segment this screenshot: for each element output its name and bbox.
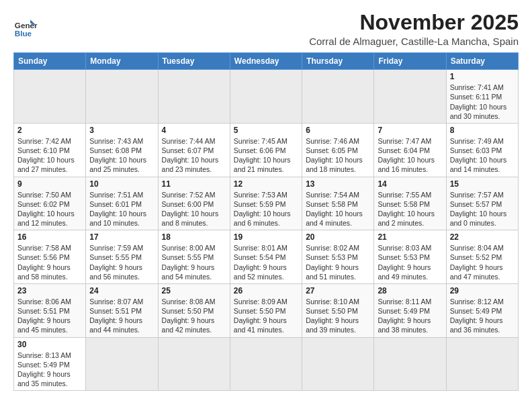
- weekday-header-sunday: Sunday: [14, 53, 86, 70]
- day-info: Sunrise: 7:49 AM Sunset: 6:03 PM Dayligh…: [450, 136, 515, 175]
- week-row-4: 16Sunrise: 7:58 AM Sunset: 5:56 PM Dayli…: [14, 230, 519, 284]
- day-info: Sunrise: 7:44 AM Sunset: 6:07 PM Dayligh…: [162, 136, 226, 175]
- calendar-cell: 20Sunrise: 8:02 AM Sunset: 5:53 PM Dayli…: [302, 230, 374, 284]
- calendar-cell: [86, 337, 158, 391]
- day-info: Sunrise: 8:11 AM Sunset: 5:49 PM Dayligh…: [378, 297, 442, 335]
- calendar-cell: 17Sunrise: 7:59 AM Sunset: 5:55 PM Dayli…: [86, 230, 158, 284]
- calendar-cell: 8Sunrise: 7:49 AM Sunset: 6:03 PM Daylig…: [446, 123, 518, 177]
- day-number: 30: [17, 340, 82, 349]
- day-info: Sunrise: 7:43 AM Sunset: 6:08 PM Dayligh…: [89, 136, 154, 175]
- calendar-cell: 19Sunrise: 8:01 AM Sunset: 5:54 PM Dayli…: [230, 230, 302, 284]
- day-number: 9: [17, 179, 82, 189]
- week-row-2: 2Sunrise: 7:42 AM Sunset: 6:10 PM Daylig…: [14, 123, 519, 177]
- logo: General Blue: [13, 15, 38, 39]
- day-number: 15: [450, 179, 515, 189]
- calendar-cell: 27Sunrise: 8:10 AM Sunset: 5:50 PM Dayli…: [302, 283, 374, 337]
- week-row-6: 30Sunrise: 8:13 AM Sunset: 5:49 PM Dayli…: [14, 337, 519, 391]
- location-title: Corral de Almaguer, Castille-La Mancha, …: [309, 36, 519, 47]
- calendar-cell: [158, 70, 230, 124]
- calendar-cell: 28Sunrise: 8:11 AM Sunset: 5:49 PM Dayli…: [374, 283, 446, 337]
- calendar-cell: [374, 337, 446, 391]
- day-number: 4: [162, 126, 226, 135]
- day-info: Sunrise: 8:02 AM Sunset: 5:53 PM Dayligh…: [306, 243, 370, 281]
- calendar-cell: [230, 70, 302, 124]
- day-info: Sunrise: 7:59 AM Sunset: 5:55 PM Dayligh…: [89, 243, 154, 281]
- calendar-cell: 12Sunrise: 7:53 AM Sunset: 5:59 PM Dayli…: [230, 177, 302, 230]
- day-info: Sunrise: 8:07 AM Sunset: 5:51 PM Dayligh…: [89, 297, 154, 335]
- calendar-cell: 13Sunrise: 7:54 AM Sunset: 5:58 PM Dayli…: [302, 177, 374, 230]
- svg-text:Blue: Blue: [15, 29, 32, 38]
- calendar-cell: [230, 337, 302, 391]
- calendar-cell: 10Sunrise: 7:51 AM Sunset: 6:01 PM Dayli…: [86, 177, 158, 230]
- day-info: Sunrise: 7:58 AM Sunset: 5:56 PM Dayligh…: [17, 243, 82, 281]
- day-number: 6: [306, 126, 370, 135]
- day-number: 23: [17, 286, 82, 295]
- day-number: 14: [378, 179, 442, 189]
- day-number: 10: [89, 179, 154, 189]
- day-info: Sunrise: 8:10 AM Sunset: 5:50 PM Dayligh…: [306, 297, 370, 335]
- calendar: SundayMondayTuesdayWednesdayThursdayFrid…: [13, 52, 519, 391]
- calendar-cell: 5Sunrise: 7:45 AM Sunset: 6:06 PM Daylig…: [230, 123, 302, 177]
- weekday-header-tuesday: Tuesday: [158, 53, 230, 70]
- day-info: Sunrise: 7:45 AM Sunset: 6:06 PM Dayligh…: [234, 136, 298, 175]
- day-number: 22: [450, 232, 515, 242]
- day-number: 21: [378, 232, 442, 242]
- calendar-cell: 24Sunrise: 8:07 AM Sunset: 5:51 PM Dayli…: [86, 283, 158, 337]
- calendar-cell: 3Sunrise: 7:43 AM Sunset: 6:08 PM Daylig…: [86, 123, 158, 177]
- weekday-header-thursday: Thursday: [302, 53, 374, 70]
- day-info: Sunrise: 8:06 AM Sunset: 5:51 PM Dayligh…: [17, 297, 82, 335]
- day-number: 3: [89, 126, 154, 135]
- week-row-1: 1Sunrise: 7:41 AM Sunset: 6:11 PM Daylig…: [14, 70, 519, 124]
- calendar-cell: 22Sunrise: 8:04 AM Sunset: 5:52 PM Dayli…: [446, 230, 518, 284]
- header: General Blue November 2025 Corral de Alm…: [13, 11, 519, 47]
- title-block: November 2025 Corral de Almaguer, Castil…: [309, 11, 519, 47]
- day-number: 2: [17, 126, 82, 135]
- day-number: 16: [17, 232, 82, 242]
- weekday-header-friday: Friday: [374, 53, 446, 70]
- day-number: 27: [306, 286, 370, 295]
- day-number: 13: [306, 179, 370, 189]
- weekday-header-monday: Monday: [86, 53, 158, 70]
- day-info: Sunrise: 7:46 AM Sunset: 6:05 PM Dayligh…: [306, 136, 370, 175]
- calendar-cell: 25Sunrise: 8:08 AM Sunset: 5:50 PM Dayli…: [158, 283, 230, 337]
- day-info: Sunrise: 8:04 AM Sunset: 5:52 PM Dayligh…: [450, 243, 515, 281]
- calendar-cell: [14, 70, 86, 124]
- day-number: 1: [450, 72, 515, 81]
- calendar-cell: 26Sunrise: 8:09 AM Sunset: 5:50 PM Dayli…: [230, 283, 302, 337]
- week-row-5: 23Sunrise: 8:06 AM Sunset: 5:51 PM Dayli…: [14, 283, 519, 337]
- day-info: Sunrise: 7:52 AM Sunset: 6:00 PM Dayligh…: [162, 190, 226, 228]
- day-info: Sunrise: 8:13 AM Sunset: 5:49 PM Dayligh…: [17, 351, 82, 389]
- day-info: Sunrise: 7:51 AM Sunset: 6:01 PM Dayligh…: [89, 190, 154, 228]
- calendar-cell: 1Sunrise: 7:41 AM Sunset: 6:11 PM Daylig…: [446, 70, 518, 124]
- calendar-cell: 18Sunrise: 8:00 AM Sunset: 5:55 PM Dayli…: [158, 230, 230, 284]
- day-number: 20: [306, 232, 370, 242]
- day-info: Sunrise: 7:53 AM Sunset: 5:59 PM Dayligh…: [234, 190, 298, 228]
- calendar-cell: 15Sunrise: 7:57 AM Sunset: 5:57 PM Dayli…: [446, 177, 518, 230]
- calendar-cell: 16Sunrise: 7:58 AM Sunset: 5:56 PM Dayli…: [14, 230, 86, 284]
- weekday-header-wednesday: Wednesday: [230, 53, 302, 70]
- calendar-cell: 2Sunrise: 7:42 AM Sunset: 6:10 PM Daylig…: [14, 123, 86, 177]
- day-info: Sunrise: 8:01 AM Sunset: 5:54 PM Dayligh…: [234, 243, 298, 281]
- calendar-cell: 11Sunrise: 7:52 AM Sunset: 6:00 PM Dayli…: [158, 177, 230, 230]
- day-number: 18: [162, 232, 226, 242]
- calendar-cell: [302, 337, 374, 391]
- day-info: Sunrise: 7:41 AM Sunset: 6:11 PM Dayligh…: [450, 83, 515, 121]
- calendar-cell: [302, 70, 374, 124]
- day-info: Sunrise: 8:12 AM Sunset: 5:49 PM Dayligh…: [450, 297, 515, 335]
- day-info: Sunrise: 7:55 AM Sunset: 5:58 PM Dayligh…: [378, 190, 442, 228]
- weekday-header-row: SundayMondayTuesdayWednesdayThursdayFrid…: [14, 53, 519, 70]
- week-row-3: 9Sunrise: 7:50 AM Sunset: 6:02 PM Daylig…: [14, 177, 519, 230]
- calendar-cell: [446, 337, 518, 391]
- calendar-cell: 9Sunrise: 7:50 AM Sunset: 6:02 PM Daylig…: [14, 177, 86, 230]
- day-info: Sunrise: 8:00 AM Sunset: 5:55 PM Dayligh…: [162, 243, 226, 281]
- day-info: Sunrise: 8:08 AM Sunset: 5:50 PM Dayligh…: [162, 297, 226, 335]
- day-number: 28: [378, 286, 442, 295]
- calendar-cell: 14Sunrise: 7:55 AM Sunset: 5:58 PM Dayli…: [374, 177, 446, 230]
- day-number: 12: [234, 179, 298, 189]
- day-number: 17: [89, 232, 154, 242]
- day-number: 26: [234, 286, 298, 295]
- month-title: November 2025: [309, 11, 519, 34]
- day-info: Sunrise: 7:57 AM Sunset: 5:57 PM Dayligh…: [450, 190, 515, 228]
- day-number: 29: [450, 286, 515, 295]
- day-info: Sunrise: 8:03 AM Sunset: 5:53 PM Dayligh…: [378, 243, 442, 281]
